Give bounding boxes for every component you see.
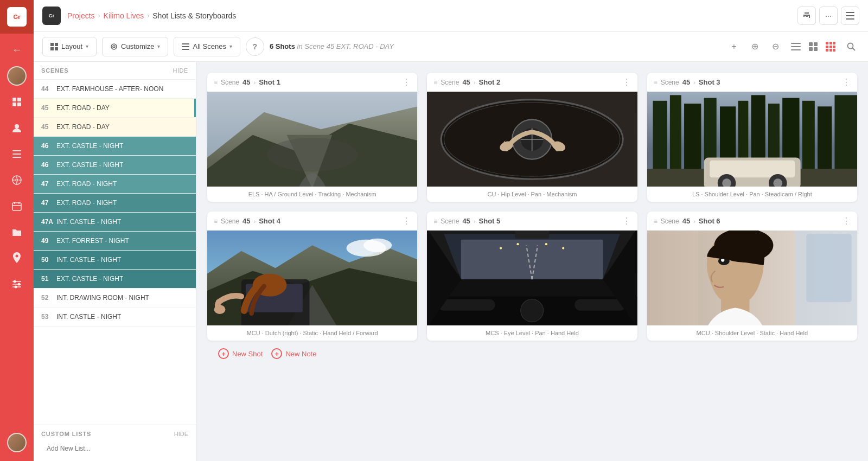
- shot-card-4: ≡ Scene 45 › Shot 4 ⋮: [207, 212, 417, 341]
- scene-item[interactable]: 46 EXT. CASTLE - NIGHT: [34, 156, 196, 175]
- back-arrow-icon[interactable]: ←: [5, 38, 29, 62]
- more-options-button[interactable]: ···: [819, 7, 838, 25]
- avatar-nav[interactable]: [5, 64, 29, 88]
- scene-name: INT. CASTLE - NIGHT: [56, 218, 121, 226]
- scene-num: 53: [41, 313, 56, 321]
- shot-num-label: Shot 1: [259, 78, 280, 86]
- zoom-in-button[interactable]: ⊕: [746, 39, 763, 55]
- svg-rect-39: [809, 42, 813, 46]
- new-note-button[interactable]: + New Note: [271, 348, 316, 359]
- sliders-icon[interactable]: [5, 272, 29, 296]
- svg-rect-43: [826, 42, 828, 44]
- location-icon[interactable]: [5, 246, 29, 270]
- scene-item[interactable]: 44 EXT. FARMHOUSE - AFTER- NOON: [34, 80, 196, 99]
- help-button[interactable]: ?: [246, 37, 264, 56]
- scenes-title: SCENES: [41, 67, 69, 74]
- header-logo: Gr: [42, 7, 61, 25]
- scene-num: 44: [41, 85, 56, 93]
- shot-scene-num: 45: [682, 78, 690, 86]
- shot-caption-5: MCS · Eye Level · Pan · Hand Held: [427, 325, 637, 341]
- scene-name: EXT. CASTLE - NIGHT: [56, 275, 123, 283]
- shot-menu-button[interactable]: ⋮: [842, 216, 851, 226]
- zoom-out-button[interactable]: ⊖: [767, 39, 783, 55]
- svg-rect-26: [846, 18, 854, 20]
- scene-name: INT. DRAWING ROOM - NIGHT: [56, 294, 149, 302]
- breadcrumb-current: Shot Lists & Storyboards: [152, 11, 236, 20]
- scene-item[interactable]: 45 EXT. ROAD - DAY: [34, 99, 196, 118]
- shot-arrow: ›: [254, 218, 256, 225]
- scene-item[interactable]: 47 EXT. ROAD - NIGHT: [34, 175, 196, 194]
- svg-rect-44: [829, 42, 832, 44]
- scene-num: 45: [41, 123, 56, 131]
- scene-item[interactable]: 53 INT. CASTLE - NIGHT: [34, 308, 196, 326]
- toolbar-right: + ⊕ ⊖: [726, 39, 859, 55]
- new-shot-button[interactable]: + New Shot: [218, 348, 263, 359]
- search-button[interactable]: [843, 39, 859, 55]
- shot-menu-button[interactable]: ⋮: [622, 216, 631, 226]
- scene-item[interactable]: 50 INT. CASTLE - NIGHT: [34, 251, 196, 270]
- scene-item[interactable]: 47A INT. CASTLE - NIGHT: [34, 213, 196, 232]
- grid-view-button[interactable]: [805, 39, 821, 55]
- add-icon-button[interactable]: +: [726, 39, 742, 55]
- explore-icon[interactable]: [5, 168, 29, 192]
- custom-lists-header: CUSTOM LISTS HIDE: [41, 431, 188, 437]
- svg-point-4: [15, 124, 19, 129]
- svg-point-100: [562, 247, 564, 249]
- scene-num: 50: [41, 256, 56, 264]
- custom-lists-hide-button[interactable]: HIDE: [174, 431, 188, 437]
- shot-menu-button[interactable]: ⋮: [842, 77, 851, 87]
- shot-count-number: 6: [270, 42, 273, 50]
- dashboard-icon[interactable]: [5, 90, 29, 114]
- shot-caption-4: MCU · Dutch (right) · Static · Hand Held…: [207, 325, 417, 341]
- list-icon[interactable]: [5, 142, 29, 166]
- bottom-avatar[interactable]: [5, 431, 29, 454]
- breadcrumb-projects[interactable]: Projects: [67, 11, 95, 20]
- layout-label: Layout: [61, 42, 82, 50]
- svg-rect-40: [814, 42, 818, 46]
- scenes-hide-button[interactable]: HIDE: [173, 67, 188, 74]
- scene-item[interactable]: 47 EXT. ROAD - NIGHT: [34, 194, 196, 213]
- shot-menu-button[interactable]: ⋮: [622, 77, 631, 87]
- shot-image-2: [427, 92, 637, 187]
- scene-item[interactable]: 51 EXT. CASTLE - NIGHT: [34, 270, 196, 289]
- add-list-input[interactable]: [41, 441, 188, 456]
- customize-label: Customize: [121, 42, 154, 50]
- shot-scene-label: Scene: [221, 217, 239, 225]
- svg-rect-96: [461, 240, 603, 279]
- svg-point-98: [545, 243, 547, 245]
- shot-card-header: ≡ Scene 45 › Shot 6 ⋮: [647, 212, 857, 230]
- customize-button[interactable]: Customize ▾: [102, 37, 168, 56]
- print-button[interactable]: [797, 7, 816, 25]
- scene-item[interactable]: 49 EXT. FORREST - NIGHT: [34, 232, 196, 251]
- svg-point-103: [521, 299, 544, 322]
- main-area: Gr Projects › Kilimo Lives › Shot Lists …: [34, 0, 868, 461]
- app-logo-inner: Gr: [7, 7, 27, 27]
- shot-arrow: ›: [693, 218, 695, 225]
- shot-scene-label: Scene: [661, 79, 679, 86]
- scene-name: INT. CASTLE - NIGHT: [56, 313, 121, 321]
- svg-rect-0: [12, 98, 16, 101]
- svg-rect-28: [55, 43, 58, 46]
- shot-card-2: ≡ Scene 45 › Shot 2 ⋮: [427, 73, 637, 202]
- scene-num: 47: [41, 180, 56, 188]
- shot-menu-button[interactable]: ⋮: [402, 216, 411, 226]
- shot-caption-1: ELS · HA / Ground Level · Tracking · Mec…: [207, 187, 417, 202]
- scene-item[interactable]: 45 EXT. ROAD - DAY: [34, 118, 196, 137]
- app-logo[interactable]: Gr: [0, 0, 34, 34]
- shot-num-label: Shot 6: [699, 217, 720, 225]
- shot-image-1: [207, 92, 417, 187]
- scene-item[interactable]: 46 EXT. CASTLE - NIGHT: [34, 137, 196, 156]
- shot-menu-button[interactable]: ⋮: [402, 77, 411, 87]
- users-icon[interactable]: [5, 116, 29, 140]
- card-view-button[interactable]: [822, 39, 839, 55]
- menu-button[interactable]: [841, 7, 859, 25]
- list-view-button[interactable]: [788, 39, 804, 55]
- breadcrumb-project[interactable]: Kilimo Lives: [104, 11, 144, 20]
- scene-item[interactable]: 52 INT. DRAWING ROOM - NIGHT: [34, 289, 196, 308]
- layout-button[interactable]: Layout ▾: [42, 37, 97, 56]
- calendar-icon[interactable]: [5, 194, 29, 218]
- folder-icon[interactable]: [5, 220, 29, 244]
- all-scenes-button[interactable]: All Scenes ▾: [174, 37, 240, 56]
- shot-num-label: Shot 5: [479, 217, 501, 225]
- svg-rect-35: [182, 49, 189, 50]
